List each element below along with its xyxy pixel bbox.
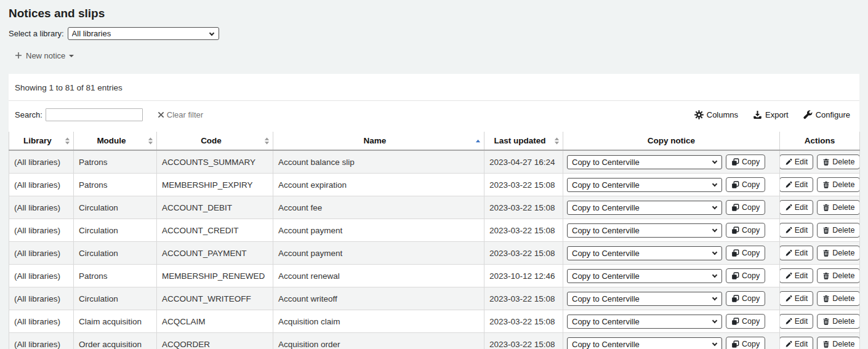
delete-button[interactable]: Delete <box>817 246 859 260</box>
edit-button[interactable]: Edit <box>780 314 814 329</box>
delete-button[interactable]: Delete <box>817 337 859 349</box>
delete-button[interactable]: Delete <box>817 200 859 215</box>
library-cell: (All libraries) <box>9 150 74 174</box>
pencil-icon <box>785 272 792 279</box>
copy-button[interactable]: Copy <box>726 177 765 192</box>
clear-filter-label: Clear filter <box>167 110 203 119</box>
last-updated-cell: 2023-03-22 15:08 <box>484 333 563 349</box>
edit-button[interactable]: Edit <box>780 337 814 349</box>
copy-target-select[interactable]: Copy to Centerville <box>567 155 722 169</box>
copy-button[interactable]: Copy <box>726 223 765 238</box>
trash-icon <box>822 227 830 234</box>
name-cell: Account fee <box>273 196 484 219</box>
edit-button[interactable]: Edit <box>780 223 814 238</box>
edit-button[interactable]: Edit <box>780 177 814 192</box>
table-row: (All libraries) Order acquisition ACQORD… <box>9 333 860 349</box>
library-cell: (All libraries) <box>9 310 74 333</box>
name-cell: Account writeoff <box>273 287 484 310</box>
code-cell: ACCOUNT_PAYMENT <box>157 242 273 265</box>
copy-button[interactable]: Copy <box>726 314 765 329</box>
copy-target-select[interactable]: Copy to Centerville <box>567 315 722 329</box>
copy-button[interactable]: Copy <box>726 154 765 169</box>
edit-button[interactable]: Edit <box>780 246 814 260</box>
sort-icon <box>65 137 70 145</box>
clone-icon <box>731 204 739 212</box>
column-header-code[interactable]: Code <box>157 132 273 150</box>
trash-icon <box>822 204 830 211</box>
column-header-actions: Actions <box>780 132 860 150</box>
copy-target-select[interactable]: Copy to Centerville <box>567 292 722 306</box>
table-row: (All libraries) Circulation ACCOUNT_CRED… <box>9 219 860 242</box>
column-header-name[interactable]: Name <box>273 132 484 150</box>
last-updated-cell: 2023-03-22 15:08 <box>484 242 563 265</box>
library-select[interactable]: All libraries <box>68 27 219 40</box>
name-cell: Acquisition claim <box>273 310 484 333</box>
library-cell: (All libraries) <box>9 333 74 349</box>
trash-icon <box>822 340 830 348</box>
copy-target-select[interactable]: Copy to Centerville <box>567 201 722 215</box>
download-icon <box>753 110 762 119</box>
delete-button[interactable]: Delete <box>817 314 859 329</box>
column-header-last-updated[interactable]: Last updated <box>484 132 563 150</box>
delete-button[interactable]: Delete <box>817 154 859 169</box>
clone-icon <box>731 318 739 326</box>
module-cell: Order acquisition <box>74 333 157 349</box>
copy-target-select[interactable]: Copy to Centerville <box>567 246 722 260</box>
library-filter-row: Select a library: All libraries <box>9 26 868 41</box>
columns-button[interactable]: Columns <box>694 110 738 119</box>
code-cell: ACCOUNT_CREDIT <box>157 219 273 242</box>
trash-icon <box>822 249 830 257</box>
edit-button[interactable]: Edit <box>780 154 814 169</box>
notices-card: Showing 1 to 81 of 81 entries Search: Cl… <box>9 74 859 349</box>
column-header-copy-notice: Copy notice <box>563 132 780 150</box>
copy-notice-cell: Copy to Centerville Copy <box>563 219 780 242</box>
column-header-library[interactable]: Library <box>9 132 74 150</box>
edit-button[interactable]: Edit <box>780 268 814 283</box>
library-cell: (All libraries) <box>9 242 74 265</box>
copy-target-select[interactable]: Copy to Centerville <box>567 223 722 238</box>
search-label: Search: <box>15 110 42 119</box>
table-toolbar: Search: Clear filter <box>15 107 853 122</box>
columns-label: Columns <box>707 110 738 119</box>
clone-icon <box>731 340 739 348</box>
edit-button[interactable]: Edit <box>780 200 814 215</box>
delete-button[interactable]: Delete <box>817 268 859 283</box>
delete-button[interactable]: Delete <box>817 223 859 238</box>
module-cell: Patrons <box>74 174 157 196</box>
copy-button[interactable]: Copy <box>726 337 765 349</box>
copy-notice-cell: Copy to Centerville Copy <box>563 242 780 265</box>
copy-target-select[interactable]: Copy to Centerville <box>567 178 722 192</box>
last-updated-cell: 2023-04-27 16:24 <box>484 150 563 174</box>
copy-target-select[interactable]: Copy to Centerville <box>567 337 722 349</box>
new-notice-label: New notice <box>26 51 65 60</box>
copy-button[interactable]: Copy <box>726 268 765 283</box>
copy-button[interactable]: Copy <box>726 200 765 215</box>
export-button[interactable]: Export <box>753 110 789 119</box>
trash-icon <box>822 272 830 279</box>
code-cell: ACQORDER <box>157 333 273 349</box>
table-row: (All libraries) Patrons ACCOUNTS_SUMMARY… <box>9 150 860 174</box>
copy-target-select[interactable]: Copy to Centerville <box>567 269 722 283</box>
delete-button[interactable]: Delete <box>817 177 859 192</box>
delete-button[interactable]: Delete <box>817 291 859 306</box>
edit-button[interactable]: Edit <box>780 291 814 306</box>
actions-cell: Edit Delete <box>780 287 860 310</box>
copy-notice-cell: Copy to Centerville Copy <box>563 150 780 174</box>
actions-cell: Edit Delete <box>780 196 860 219</box>
trash-icon <box>822 181 830 188</box>
notices-table: Library Module Code Name Last updated <box>9 132 860 349</box>
clear-filter-button[interactable]: Clear filter <box>158 110 203 119</box>
search-input[interactable] <box>46 108 143 121</box>
last-updated-cell: 2023-03-22 15:08 <box>484 310 563 333</box>
configure-button[interactable]: Configure <box>803 110 850 119</box>
new-notice-button[interactable]: New notice <box>15 50 74 60</box>
sort-icon <box>554 137 560 145</box>
trash-icon <box>822 295 830 302</box>
module-cell: Circulation <box>74 219 157 242</box>
clone-icon <box>731 158 739 166</box>
copy-button[interactable]: Copy <box>726 291 765 306</box>
module-cell: Claim acquisition <box>74 310 157 333</box>
copy-notice-cell: Copy to Centerville Copy <box>563 265 780 287</box>
copy-button[interactable]: Copy <box>726 246 765 260</box>
column-header-module[interactable]: Module <box>74 132 157 150</box>
